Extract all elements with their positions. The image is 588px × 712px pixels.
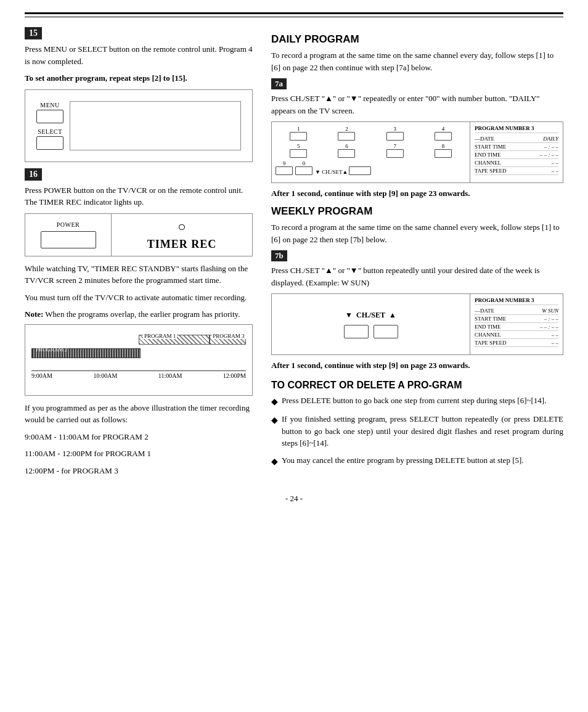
note-label: Note:	[25, 309, 43, 319]
main-layout: 15 Press MENU or SELECT button on the re…	[25, 27, 563, 481]
step-15-bold-text: To set another program, repeat steps [2]…	[25, 72, 253, 84]
ch-set-right-arrow: ▲	[389, 311, 396, 320]
time-11am: 11:00AM	[158, 372, 182, 379]
daily-step-text: Press CH./SET "▲" or "▼" repeatedly or e…	[271, 92, 563, 117]
menu-button[interactable]	[36, 110, 63, 123]
select-button[interactable]	[36, 136, 63, 150]
tape-row: TAPE SPEED – –	[475, 167, 558, 175]
step-16-badge: 16	[25, 168, 42, 181]
weekly-intro: To record a program at the same time on …	[271, 221, 563, 245]
daily-program-section: DAILY PROGRAM To record a program at the…	[271, 33, 563, 199]
weekly-step-badge: 7b	[271, 250, 287, 261]
step-15-empty-panel	[70, 101, 241, 150]
diamond-icon-1: ◆	[271, 395, 278, 408]
step-16-section: 16 Press POWER button on the TV/VCR or o…	[25, 168, 253, 477]
num-btn-7[interactable]	[386, 149, 404, 158]
btn-4: 4	[420, 126, 466, 141]
power-button[interactable]	[41, 231, 96, 248]
btn-1: 1	[276, 126, 321, 141]
weekly-tape-row: TAPE SPEED – –	[475, 339, 558, 347]
top-rule-thin	[25, 17, 563, 17]
date-row: —DATE DAILY	[475, 135, 558, 143]
step-16-note: Note: When the programs overlap, the ear…	[25, 308, 253, 321]
timeline-diagram: PROGRAM 1 PROGRAM 2 PROGRAM 3 9:00AM 10:…	[25, 324, 253, 396]
bullet-3: ◆ You may cancel the entire program by p…	[271, 454, 563, 468]
num-btn-0[interactable]	[295, 166, 312, 175]
ch-set-mid-label: CH./SET	[356, 311, 385, 320]
weekly-program-display: ▼ CH./SET ▲ PROGRAM NUMBER 3 —DATE	[271, 293, 563, 355]
daily-bottom-btns: 9 0 ▼ CH./SET▲	[276, 160, 466, 175]
ch-btn-right[interactable]	[374, 325, 398, 338]
chset-button[interactable]	[349, 166, 371, 175]
num-btn-2[interactable]	[338, 132, 355, 141]
program3-label: PROGRAM 3	[211, 333, 245, 339]
daily-title: DAILY PROGRAM	[271, 33, 563, 46]
step-16-text2: While watching TV, "TIMER REC STANDBY" s…	[25, 263, 253, 287]
ch-set-row: ▼ CH./SET ▲	[345, 311, 396, 320]
num-btn-8[interactable]	[435, 149, 452, 158]
power-right-panel: ○ TIMER REC	[112, 214, 252, 256]
below-text: If you programmed as per as the above il…	[25, 402, 253, 426]
num-btn-9[interactable]	[276, 166, 293, 175]
weekly-pd-left: ▼ CH./SET ▲	[272, 294, 470, 354]
num-btn-4[interactable]	[435, 132, 452, 141]
page: 15 Press MENU or SELECT button on the re…	[0, 0, 588, 712]
daily-pd-left: 1 2 3 4	[272, 122, 470, 182]
bullet-2-text: If you finished setting program, press S…	[282, 413, 563, 449]
step-15-buttons: MENU SELECT	[30, 95, 247, 157]
step-15-section: 15 Press MENU or SELECT button on the re…	[25, 27, 253, 162]
step-15-text1: Press MENU or SELECT button on the remot…	[25, 43, 253, 67]
correct-section: TO CORRECT OR DELETE A PRO-GRAM ◆ Press …	[271, 380, 563, 468]
btn-7: 7	[372, 143, 418, 158]
ch-btn-left[interactable]	[344, 325, 369, 338]
weekly-start-row: START TIME – : – –	[475, 315, 558, 323]
weekly-after-text: After 1 second, continue with step [9] o…	[271, 360, 563, 371]
step-15-btn-group-left: MENU SELECT	[36, 102, 63, 150]
weekly-channel-row: CHANNEL – –	[475, 331, 558, 339]
circle-icon: ○	[178, 219, 186, 235]
power-label: POWER	[57, 221, 80, 228]
btn-5: 5	[276, 143, 321, 158]
num-btn-3[interactable]	[386, 132, 404, 141]
daily-pd-buttons: 1 2 3 4	[276, 126, 466, 158]
left-column: 15 Press MENU or SELECT button on the re…	[25, 27, 253, 481]
btn-0: 0	[295, 160, 312, 175]
diamond-icon-3: ◆	[271, 455, 278, 468]
ch-set-buttons	[344, 325, 398, 338]
channel-row: CHANNEL – –	[475, 159, 558, 167]
num-btn-5[interactable]	[290, 149, 307, 158]
step-16-text3: You must turn off the TV/VCR to activate…	[25, 292, 253, 304]
step-15-diagram: MENU SELECT	[25, 89, 253, 162]
btn-chset: ▼ CH./SET▲	[315, 160, 371, 175]
num-btn-6[interactable]	[338, 149, 355, 158]
bullet-3-text: You may cancel the entire program by pre…	[282, 454, 524, 468]
menu-button-item: MENU	[36, 102, 63, 123]
start-row: START TIME – : – –	[475, 143, 558, 151]
daily-intro: To record a program at the same time on …	[271, 49, 563, 73]
num-btn-1[interactable]	[290, 132, 307, 141]
time-9am: 9:00AM	[31, 372, 52, 379]
step-16-text1: Press POWER button on the TV/VCR or on t…	[25, 184, 253, 208]
diamond-icon-2: ◆	[271, 414, 278, 449]
weekly-pd-right: PROGRAM NUMBER 3 —DATE W SUN START TIME …	[470, 294, 563, 354]
weekly-program-section: WEEKLY PROGRAM To record a program at th…	[271, 205, 563, 371]
daily-after-text: After 1 second, continue with step [9] o…	[271, 188, 563, 199]
note-content: When the programs overlap, the earlier p…	[45, 309, 240, 319]
correct-title: TO CORRECT OR DELETE A PRO-GRAM	[271, 380, 563, 391]
weekly-date-row: —DATE W SUN	[475, 307, 558, 315]
below-item-2: 11:00AM - 12:00PM for PROGRAM 1	[25, 448, 253, 460]
program2-label: PROGRAM 2	[35, 346, 68, 353]
below-item-1: 9:00AM - 11:00AM for PROGRAM 2	[25, 431, 253, 443]
page-number: - 24 -	[25, 494, 563, 504]
weekly-end-row: END TIME – – : – –	[475, 323, 558, 331]
bullet-2: ◆ If you finished setting program, press…	[271, 413, 563, 449]
timer-rec-text: TIMER REC	[147, 238, 217, 251]
daily-pd-right: PROGRAM NUMBER 3 —DATE DAILY START TIME …	[470, 122, 563, 182]
btn-9: 9	[276, 160, 293, 175]
end-row: END TIME – – : – –	[475, 151, 558, 159]
menu-label: MENU	[40, 102, 59, 108]
btn-3: 3	[372, 126, 418, 141]
correct-bullets: ◆ Press DELETE button to go back one ste…	[271, 395, 563, 468]
step-15-badge: 15	[25, 27, 42, 39]
timeline-inner: PROGRAM 1 PROGRAM 2 PROGRAM 3 9:00AM 10:…	[31, 330, 246, 379]
